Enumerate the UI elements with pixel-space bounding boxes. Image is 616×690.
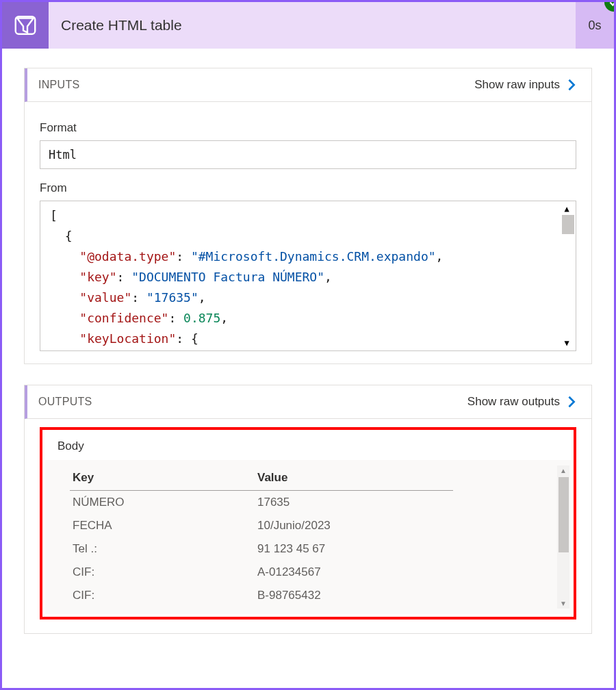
body-table: Key Value NÚMERO17635FECHA10/Junio/2023T… — [70, 465, 453, 607]
scroll-down-icon[interactable]: ▼ — [561, 337, 573, 349]
show-raw-outputs-text: Show raw outputs — [467, 395, 560, 409]
action-header: Create HTML table 0s — [2, 2, 614, 49]
cell-key: FECHA — [70, 514, 255, 537]
cell-value: 91 123 45 67 — [255, 537, 453, 561]
table-row: CIF:A-01234567 — [70, 561, 453, 584]
from-json-box[interactable]: [ { "@odata.type": "#Microsoft.Dynamics.… — [40, 201, 576, 351]
table-row: Tel .:91 123 45 67 — [70, 537, 453, 561]
cell-value: 10/Junio/2023 — [255, 514, 453, 537]
cell-key: CIF: — [70, 561, 255, 584]
checkmark-icon — [608, 0, 616, 8]
cell-key: NÚMERO — [70, 491, 255, 515]
cell-value: B-98765432 — [255, 584, 453, 607]
body-label: Body — [44, 437, 572, 460]
show-raw-outputs-link[interactable]: Show raw outputs — [467, 395, 578, 409]
content-area: INPUTS Show raw inputs Format Html From … — [2, 49, 614, 667]
chevron-right-icon — [565, 79, 578, 91]
body-table-wrap: Key Value NÚMERO17635FECHA10/Junio/2023T… — [45, 460, 571, 614]
outputs-label: OUTPUTS — [38, 396, 92, 408]
format-value: Html — [40, 140, 576, 169]
table-scrollbar[interactable]: ▲ ▼ — [557, 465, 569, 609]
outputs-body: Body Key Value NÚMERO17635FECHA10/Junio/… — [25, 419, 591, 633]
table-row: FECHA10/Junio/2023 — [70, 514, 453, 537]
format-label: Format — [40, 121, 576, 135]
outputs-highlight-box: Body Key Value NÚMERO17635FECHA10/Junio/… — [40, 427, 576, 619]
col-key: Key — [70, 465, 255, 491]
cell-value: 17635 — [255, 491, 453, 515]
outputs-header: OUTPUTS Show raw outputs — [25, 385, 591, 419]
show-raw-inputs-text: Show raw inputs — [474, 78, 560, 92]
chevron-right-icon — [565, 396, 578, 408]
table-row: CIF:B-98765432 — [70, 584, 453, 607]
inputs-label: INPUTS — [38, 79, 79, 91]
cell-key: Tel .: — [70, 537, 255, 561]
json-scrollbar-thumb[interactable] — [562, 215, 574, 234]
scroll-down-icon[interactable]: ▼ — [559, 598, 568, 609]
action-icon-box — [2, 2, 49, 49]
show-raw-inputs-link[interactable]: Show raw inputs — [474, 78, 578, 92]
outputs-panel: OUTPUTS Show raw outputs Body Key Value — [24, 385, 592, 634]
inputs-body: Format Html From [ { "@odata.type": "#Mi… — [25, 102, 591, 363]
scroll-up-icon[interactable]: ▲ — [559, 465, 568, 476]
table-scrollbar-thumb[interactable] — [559, 477, 569, 552]
filter-icon — [13, 13, 38, 38]
action-title: Create HTML table — [49, 2, 576, 49]
inputs-header: INPUTS Show raw inputs — [25, 68, 591, 102]
scroll-up-icon[interactable]: ▲ — [561, 203, 573, 215]
cell-value: A-01234567 — [255, 561, 453, 584]
from-label: From — [40, 181, 576, 195]
col-value: Value — [255, 465, 453, 491]
table-row: NÚMERO17635 — [70, 491, 453, 515]
inputs-panel: INPUTS Show raw inputs Format Html From … — [24, 68, 592, 364]
cell-key: CIF: — [70, 584, 255, 607]
